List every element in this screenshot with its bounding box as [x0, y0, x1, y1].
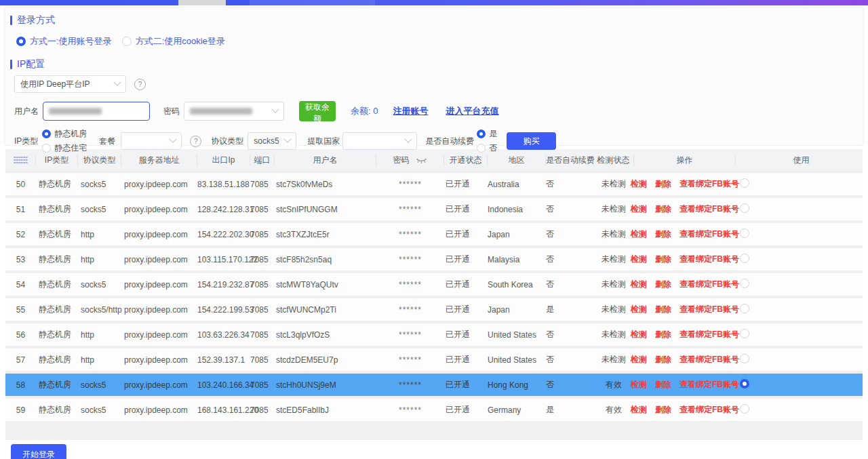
delete-link[interactable]: 删除: [655, 228, 671, 240]
cell-exit-ip: 103.115.170.122: [197, 255, 250, 264]
view-fb-account-link[interactable]: 查看绑定FB账号: [679, 379, 739, 391]
detect-link[interactable]: 检测: [631, 304, 647, 315]
detect-link[interactable]: 检测: [631, 404, 647, 416]
table-row[interactable]: 52静态机房httpproxy.ipdeep.com154.222.202.30…: [5, 223, 863, 245]
table-row[interactable]: 58静态机房socks5proxy.ipdeep.com103.240.166.…: [5, 374, 863, 396]
auto-renew-yes-radio[interactable]: [477, 129, 486, 138]
delete-link[interactable]: 删除: [655, 279, 671, 290]
view-fb-account-link[interactable]: 查看绑定FB账号: [679, 203, 739, 215]
view-fb-account-link[interactable]: 查看绑定FB账号: [679, 228, 739, 240]
cell-port: 7085: [250, 405, 275, 415]
use-radio[interactable]: [740, 203, 749, 213]
password-label: 密码: [163, 106, 180, 117]
view-fb-account-link[interactable]: 查看绑定FB账号: [679, 304, 739, 315]
auto-renew-no-radio[interactable]: [477, 144, 486, 153]
use-radio[interactable]: [740, 279, 749, 288]
delete-link[interactable]: 删除: [655, 354, 671, 365]
cell-exit-ip: 154.222.202.30: [197, 230, 250, 239]
cell-password: ******: [376, 230, 444, 239]
detect-link[interactable]: 检测: [631, 254, 647, 265]
ip-type-residential-option[interactable]: 静态住宅: [42, 142, 87, 154]
cell-exit-ip: 103.63.226.34: [197, 330, 250, 340]
detect-link[interactable]: 检测: [631, 178, 647, 190]
view-fb-account-link[interactable]: 查看绑定FB账号: [679, 279, 739, 290]
protocol-label: 协议类型: [211, 136, 243, 147]
cell-password: ******: [376, 380, 444, 390]
delete-link[interactable]: 删除: [655, 379, 671, 391]
country-select[interactable]: [342, 132, 417, 150]
detect-link[interactable]: 检测: [631, 354, 647, 365]
detect-link[interactable]: 检测: [631, 379, 647, 391]
delete-link[interactable]: 删除: [655, 254, 671, 265]
view-fb-account-link[interactable]: 查看绑定FB账号: [679, 329, 739, 340]
delete-link[interactable]: 删除: [655, 304, 671, 315]
recharge-link[interactable]: 进入平台充值: [446, 105, 498, 117]
use-radio[interactable]: [740, 354, 749, 363]
detect-link[interactable]: 检测: [631, 203, 647, 215]
cell-exit-ip: 168.143.161.220: [197, 405, 250, 415]
use-radio[interactable]: [740, 379, 749, 388]
view-fb-account-link[interactable]: 查看绑定FB账号: [679, 178, 739, 190]
detect-link[interactable]: 检测: [631, 329, 647, 340]
start-login-button[interactable]: 开始登录: [11, 444, 66, 459]
detect-link[interactable]: 检测: [631, 279, 647, 290]
cell-exit-ip: 154.222.199.53: [197, 305, 250, 315]
delete-link[interactable]: 删除: [655, 404, 671, 416]
password-select[interactable]: [184, 102, 284, 121]
delete-link[interactable]: 删除: [655, 178, 671, 190]
use-radio[interactable]: [740, 329, 749, 338]
residential-radio[interactable]: [42, 144, 51, 153]
use-radio[interactable]: [740, 404, 749, 414]
account-login-radio[interactable]: [16, 37, 26, 46]
view-fb-account-link[interactable]: 查看绑定FB账号: [679, 404, 739, 416]
password-visibility-icon[interactable]: [416, 156, 427, 165]
cell-actions: 检测删除查看绑定FB账号: [634, 354, 736, 365]
table-row[interactable]: 54静态机房socks5proxy.ipdeep.com154.219.232.…: [5, 273, 863, 296]
view-fb-account-link[interactable]: 查看绑定FB账号: [679, 354, 739, 365]
table-row[interactable]: 50静态机房socks5proxy.ipdeep.com83.138.51.18…: [5, 173, 863, 195]
use-radio[interactable]: [740, 178, 749, 188]
row-index: 58: [5, 380, 36, 390]
datacenter-radio[interactable]: [42, 129, 51, 138]
help-icon[interactable]: ?: [190, 136, 201, 147]
view-fb-account-link[interactable]: 查看绑定FB账号: [679, 254, 739, 265]
table-row[interactable]: 59静态机房socks5proxy.ipdeep.com168.143.161.…: [5, 399, 863, 421]
use-radio[interactable]: [740, 228, 749, 238]
platform-select[interactable]: 使用IP Deep平台IP: [14, 75, 126, 93]
cell-exit-ip: 152.39.137.1: [197, 355, 250, 365]
cell-use: [736, 329, 863, 340]
login-method-cookie-option[interactable]: 方式二:使用cookie登录: [122, 35, 225, 47]
table-row[interactable]: 56静态机房httpproxy.ipdeep.com103.63.226.347…: [5, 323, 863, 346]
ip-type-datacenter-option[interactable]: 静态机房: [42, 128, 87, 140]
username-label: 用户名: [14, 106, 39, 117]
use-radio[interactable]: [740, 254, 749, 263]
table-header: IP类型 协议类型 服务器地址 出口Ip 端口 用户名 密码 开通状态 地区 是…: [5, 149, 863, 171]
username-input[interactable]: [43, 102, 150, 121]
balance-label: 余额:: [351, 106, 371, 116]
cell-auto-renew: 是: [546, 304, 593, 315]
protocol-select[interactable]: socks5: [248, 132, 296, 150]
help-icon[interactable]: ?: [134, 79, 146, 90]
auto-renew-no-option[interactable]: 否: [477, 142, 497, 154]
detect-link[interactable]: 检测: [631, 228, 647, 240]
register-link[interactable]: 注册账号: [393, 105, 428, 117]
use-radio[interactable]: [740, 304, 749, 313]
drag-grid-icon[interactable]: [14, 156, 28, 164]
redacted-username: [49, 108, 102, 115]
auto-renew-yes-option[interactable]: 是: [477, 128, 497, 140]
browser-theme-bar: [0, 0, 868, 5]
buy-button[interactable]: 购买: [507, 132, 556, 150]
delete-link[interactable]: 删除: [655, 203, 671, 215]
delete-link[interactable]: 删除: [655, 329, 671, 340]
table-row[interactable]: 53静态机房httpproxy.ipdeep.com103.115.170.12…: [5, 248, 863, 271]
cell-open-status: 已开通: [444, 304, 488, 315]
login-method-account-option[interactable]: 方式一:使用账号登录: [16, 35, 112, 47]
cookie-login-radio[interactable]: [122, 37, 132, 46]
cell-region: United States: [488, 330, 546, 340]
table-row[interactable]: 51静态机房socks5proxy.ipdeep.com128.242.128.…: [5, 198, 863, 220]
balance-text: 余额: 0: [351, 105, 378, 117]
package-select[interactable]: [121, 132, 182, 150]
get-balance-button[interactable]: 获取余额: [299, 101, 336, 121]
table-row[interactable]: 57静态机房httpproxy.ipdeep.com152.39.137.170…: [5, 348, 863, 371]
table-row[interactable]: 55静态机房socks5/httpproxy.ipdeep.com154.222…: [5, 298, 863, 321]
